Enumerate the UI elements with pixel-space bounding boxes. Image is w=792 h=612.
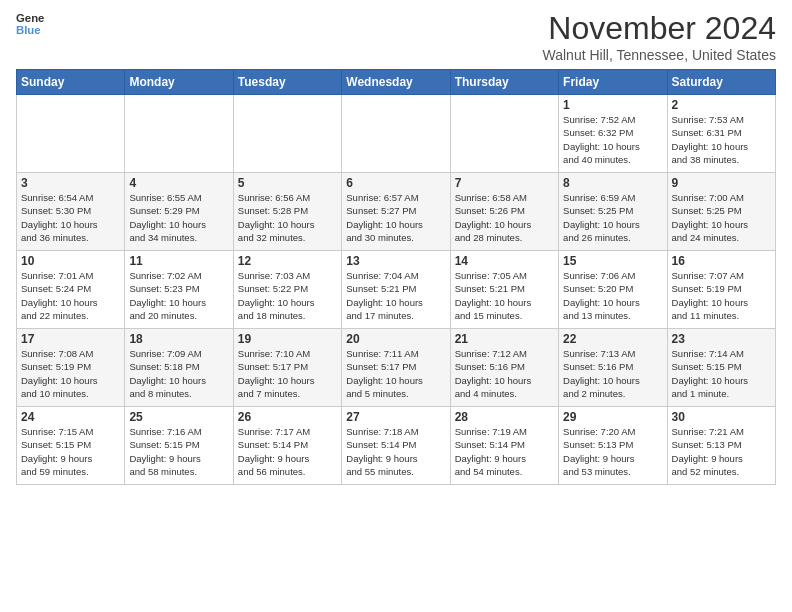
- calendar-cell: 24Sunrise: 7:15 AM Sunset: 5:15 PM Dayli…: [17, 407, 125, 485]
- calendar-cell: 22Sunrise: 7:13 AM Sunset: 5:16 PM Dayli…: [559, 329, 667, 407]
- day-number: 4: [129, 176, 228, 190]
- calendar-cell: 27Sunrise: 7:18 AM Sunset: 5:14 PM Dayli…: [342, 407, 450, 485]
- calendar-cell: 18Sunrise: 7:09 AM Sunset: 5:18 PM Dayli…: [125, 329, 233, 407]
- day-info: Sunrise: 7:20 AM Sunset: 5:13 PM Dayligh…: [563, 425, 662, 478]
- calendar-cell: 23Sunrise: 7:14 AM Sunset: 5:15 PM Dayli…: [667, 329, 775, 407]
- day-info: Sunrise: 7:11 AM Sunset: 5:17 PM Dayligh…: [346, 347, 445, 400]
- calendar-table: Sunday Monday Tuesday Wednesday Thursday…: [16, 69, 776, 485]
- calendar-cell: [17, 95, 125, 173]
- day-info: Sunrise: 7:21 AM Sunset: 5:13 PM Dayligh…: [672, 425, 771, 478]
- day-info: Sunrise: 7:13 AM Sunset: 5:16 PM Dayligh…: [563, 347, 662, 400]
- col-tuesday: Tuesday: [233, 70, 341, 95]
- day-info: Sunrise: 7:01 AM Sunset: 5:24 PM Dayligh…: [21, 269, 120, 322]
- day-number: 21: [455, 332, 554, 346]
- logo: General Blue: [16, 10, 44, 38]
- calendar-cell: 16Sunrise: 7:07 AM Sunset: 5:19 PM Dayli…: [667, 251, 775, 329]
- day-info: Sunrise: 6:55 AM Sunset: 5:29 PM Dayligh…: [129, 191, 228, 244]
- day-number: 26: [238, 410, 337, 424]
- week-row-1: 3Sunrise: 6:54 AM Sunset: 5:30 PM Daylig…: [17, 173, 776, 251]
- day-number: 25: [129, 410, 228, 424]
- day-number: 6: [346, 176, 445, 190]
- location: Walnut Hill, Tennessee, United States: [543, 47, 776, 63]
- day-info: Sunrise: 7:00 AM Sunset: 5:25 PM Dayligh…: [672, 191, 771, 244]
- day-number: 20: [346, 332, 445, 346]
- day-number: 17: [21, 332, 120, 346]
- day-number: 13: [346, 254, 445, 268]
- col-friday: Friday: [559, 70, 667, 95]
- calendar-cell: 7Sunrise: 6:58 AM Sunset: 5:26 PM Daylig…: [450, 173, 558, 251]
- calendar-cell: 26Sunrise: 7:17 AM Sunset: 5:14 PM Dayli…: [233, 407, 341, 485]
- title-area: November 2024 Walnut Hill, Tennessee, Un…: [543, 10, 776, 63]
- day-number: 1: [563, 98, 662, 112]
- month-title: November 2024: [543, 10, 776, 47]
- calendar-cell: 20Sunrise: 7:11 AM Sunset: 5:17 PM Dayli…: [342, 329, 450, 407]
- day-info: Sunrise: 7:06 AM Sunset: 5:20 PM Dayligh…: [563, 269, 662, 322]
- page: General Blue November 2024 Walnut Hill, …: [0, 0, 792, 491]
- day-info: Sunrise: 6:56 AM Sunset: 5:28 PM Dayligh…: [238, 191, 337, 244]
- day-number: 18: [129, 332, 228, 346]
- calendar-cell: 8Sunrise: 6:59 AM Sunset: 5:25 PM Daylig…: [559, 173, 667, 251]
- calendar-cell: 29Sunrise: 7:20 AM Sunset: 5:13 PM Dayli…: [559, 407, 667, 485]
- day-number: 9: [672, 176, 771, 190]
- calendar-cell: 14Sunrise: 7:05 AM Sunset: 5:21 PM Dayli…: [450, 251, 558, 329]
- day-info: Sunrise: 6:57 AM Sunset: 5:27 PM Dayligh…: [346, 191, 445, 244]
- day-info: Sunrise: 7:16 AM Sunset: 5:15 PM Dayligh…: [129, 425, 228, 478]
- day-info: Sunrise: 7:19 AM Sunset: 5:14 PM Dayligh…: [455, 425, 554, 478]
- day-number: 28: [455, 410, 554, 424]
- col-monday: Monday: [125, 70, 233, 95]
- day-info: Sunrise: 7:05 AM Sunset: 5:21 PM Dayligh…: [455, 269, 554, 322]
- day-number: 30: [672, 410, 771, 424]
- calendar-cell: [342, 95, 450, 173]
- day-number: 16: [672, 254, 771, 268]
- calendar-cell: 5Sunrise: 6:56 AM Sunset: 5:28 PM Daylig…: [233, 173, 341, 251]
- calendar-cell: [450, 95, 558, 173]
- day-info: Sunrise: 7:08 AM Sunset: 5:19 PM Dayligh…: [21, 347, 120, 400]
- day-info: Sunrise: 6:54 AM Sunset: 5:30 PM Dayligh…: [21, 191, 120, 244]
- svg-text:Blue: Blue: [16, 24, 41, 36]
- calendar-cell: 9Sunrise: 7:00 AM Sunset: 5:25 PM Daylig…: [667, 173, 775, 251]
- day-number: 7: [455, 176, 554, 190]
- logo-icon: General Blue: [16, 10, 44, 38]
- day-info: Sunrise: 7:09 AM Sunset: 5:18 PM Dayligh…: [129, 347, 228, 400]
- calendar-cell: 17Sunrise: 7:08 AM Sunset: 5:19 PM Dayli…: [17, 329, 125, 407]
- day-number: 12: [238, 254, 337, 268]
- day-info: Sunrise: 7:12 AM Sunset: 5:16 PM Dayligh…: [455, 347, 554, 400]
- calendar-cell: 10Sunrise: 7:01 AM Sunset: 5:24 PM Dayli…: [17, 251, 125, 329]
- day-info: Sunrise: 7:14 AM Sunset: 5:15 PM Dayligh…: [672, 347, 771, 400]
- col-thursday: Thursday: [450, 70, 558, 95]
- day-number: 14: [455, 254, 554, 268]
- col-saturday: Saturday: [667, 70, 775, 95]
- day-number: 10: [21, 254, 120, 268]
- calendar-cell: 28Sunrise: 7:19 AM Sunset: 5:14 PM Dayli…: [450, 407, 558, 485]
- col-sunday: Sunday: [17, 70, 125, 95]
- calendar-cell: 30Sunrise: 7:21 AM Sunset: 5:13 PM Dayli…: [667, 407, 775, 485]
- day-info: Sunrise: 7:10 AM Sunset: 5:17 PM Dayligh…: [238, 347, 337, 400]
- day-number: 24: [21, 410, 120, 424]
- calendar-cell: 2Sunrise: 7:53 AM Sunset: 6:31 PM Daylig…: [667, 95, 775, 173]
- calendar-cell: [125, 95, 233, 173]
- header-row: Sunday Monday Tuesday Wednesday Thursday…: [17, 70, 776, 95]
- calendar-cell: 11Sunrise: 7:02 AM Sunset: 5:23 PM Dayli…: [125, 251, 233, 329]
- calendar-cell: 25Sunrise: 7:16 AM Sunset: 5:15 PM Dayli…: [125, 407, 233, 485]
- day-number: 22: [563, 332, 662, 346]
- calendar-cell: 1Sunrise: 7:52 AM Sunset: 6:32 PM Daylig…: [559, 95, 667, 173]
- day-info: Sunrise: 7:18 AM Sunset: 5:14 PM Dayligh…: [346, 425, 445, 478]
- day-number: 11: [129, 254, 228, 268]
- week-row-4: 24Sunrise: 7:15 AM Sunset: 5:15 PM Dayli…: [17, 407, 776, 485]
- day-info: Sunrise: 7:15 AM Sunset: 5:15 PM Dayligh…: [21, 425, 120, 478]
- calendar-cell: 15Sunrise: 7:06 AM Sunset: 5:20 PM Dayli…: [559, 251, 667, 329]
- day-number: 5: [238, 176, 337, 190]
- week-row-2: 10Sunrise: 7:01 AM Sunset: 5:24 PM Dayli…: [17, 251, 776, 329]
- day-info: Sunrise: 7:07 AM Sunset: 5:19 PM Dayligh…: [672, 269, 771, 322]
- calendar-cell: [233, 95, 341, 173]
- day-number: 19: [238, 332, 337, 346]
- day-number: 3: [21, 176, 120, 190]
- day-info: Sunrise: 7:03 AM Sunset: 5:22 PM Dayligh…: [238, 269, 337, 322]
- day-info: Sunrise: 6:58 AM Sunset: 5:26 PM Dayligh…: [455, 191, 554, 244]
- calendar-cell: 21Sunrise: 7:12 AM Sunset: 5:16 PM Dayli…: [450, 329, 558, 407]
- day-info: Sunrise: 7:02 AM Sunset: 5:23 PM Dayligh…: [129, 269, 228, 322]
- week-row-0: 1Sunrise: 7:52 AM Sunset: 6:32 PM Daylig…: [17, 95, 776, 173]
- week-row-3: 17Sunrise: 7:08 AM Sunset: 5:19 PM Dayli…: [17, 329, 776, 407]
- calendar-cell: 4Sunrise: 6:55 AM Sunset: 5:29 PM Daylig…: [125, 173, 233, 251]
- day-info: Sunrise: 7:04 AM Sunset: 5:21 PM Dayligh…: [346, 269, 445, 322]
